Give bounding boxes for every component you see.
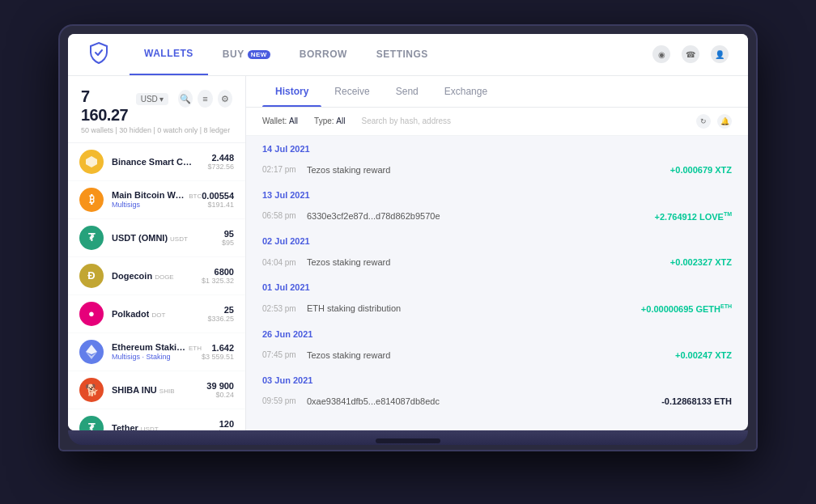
tx-desc: 0xae93841dfb5...e814087db8edc	[307, 396, 661, 406]
wallet-info: Polkadot DOT	[112, 309, 207, 319]
phone-icon[interactable]: ☎	[682, 45, 699, 63]
bell-icon[interactable]: 🔔	[717, 114, 732, 129]
date-separator: 02 Jul 2021	[262, 228, 732, 251]
wallet-icon-eth	[79, 340, 104, 364]
tx-desc: Tezos staking reward	[307, 165, 670, 175]
nav-settings[interactable]: SETTINGS	[362, 34, 443, 76]
tx-row[interactable]: 02:17 pm Tezos staking reward +0.000679 …	[262, 159, 732, 182]
wallet-meta: 50 wallets | 30 hidden | 0 watch only | …	[81, 126, 232, 134]
wallet-balance: 95 $95	[222, 229, 234, 247]
wallet-balance: 6800 $1 325.32	[202, 267, 234, 285]
panel-tabs: History Receive Send Exchange	[246, 76, 748, 108]
history-list: 14 Jul 2021 02:17 pm Tezos staking rewar…	[246, 136, 748, 430]
wallet-icon-usdt: ₮	[79, 226, 104, 250]
wallet-balance: 0.00554 $191.41	[202, 191, 234, 209]
refresh-icon[interactable]: ↻	[696, 114, 711, 129]
svg-marker-0	[86, 156, 97, 167]
tx-row[interactable]: 02:53 pm ETH staking distribution +0.000…	[262, 297, 732, 321]
wallet-icon-doge: Ð	[79, 264, 104, 288]
wallet-item[interactable]: ₮ USDT (OMNI) USDT 95	[68, 219, 245, 257]
sidebar-header: 7 160.27 USD ▾ 🔍 ≡ ⚙ 50 wallets | 3	[68, 76, 245, 143]
wallet-filter[interactable]: Wallet: All	[262, 116, 298, 125]
wallet-info: Ethereum Staking ETH Multisigs · Staking	[112, 342, 202, 361]
wallet-balance: 120 $120	[218, 419, 234, 430]
nav-buy-badge: NEW	[248, 50, 270, 59]
tx-row[interactable]: 04:04 pm Tezos staking reward +0.002327 …	[262, 251, 732, 274]
tx-desc: Tezos staking reward	[307, 350, 675, 360]
settings-wallets-btn[interactable]: ⚙	[218, 90, 232, 108]
tx-time: 04:04 pm	[262, 258, 307, 267]
wallet-item[interactable]: Binance Smart Chain... 2.448 $732.56	[68, 143, 245, 181]
tab-send[interactable]: Send	[383, 76, 431, 107]
search-wallets-btn[interactable]: 🔍	[178, 90, 193, 108]
wallet-info: Dogecoin DOGE	[112, 271, 202, 281]
type-filter[interactable]: Type: All	[314, 116, 345, 125]
nav-right-icons: ◉ ☎ 👤	[652, 45, 729, 63]
wallet-item[interactable]: ● Polkadot DOT 25	[68, 295, 245, 333]
tx-amount: +2.764912 LOVETM	[655, 211, 732, 222]
wallet-info: Main Bitcoin Wallet BTC Multisigs	[112, 190, 202, 209]
wallet-balance: 25 $336.25	[207, 305, 234, 323]
tx-desc: Tezos staking reward	[307, 257, 670, 267]
search-filter[interactable]: Search by hash, address	[361, 116, 680, 125]
balance-row: 7 160.27 USD ▾ 🔍 ≡ ⚙	[81, 87, 232, 125]
nav-wallets[interactable]: WALLETS	[130, 34, 208, 76]
wallet-info: USDT (OMNI) USDT	[112, 233, 222, 243]
wallet-item[interactable]: Ð Dogecoin DOGE 6800	[68, 257, 245, 295]
user-icon[interactable]: 👤	[711, 45, 729, 63]
nav-items: WALLETS BUY NEW BORROW SETTINGS	[130, 34, 652, 76]
tab-receive[interactable]: Receive	[321, 76, 382, 107]
wallet-balance: 1.642 $3 559.51	[202, 343, 234, 361]
tx-desc: 6330e3cf2e87d...d78d862b9570e	[307, 211, 655, 221]
tx-row[interactable]: 07:45 pm Tezos staking reward +0.00247 X…	[262, 344, 732, 367]
tx-time: 02:53 pm	[262, 304, 307, 313]
date-separator: 26 Jun 2021	[262, 321, 732, 344]
wallet-info: SHIBA INU SHIB	[112, 385, 206, 395]
tx-amount: -0.12868133 ETH	[661, 396, 732, 406]
wallet-icon-tether: ₮	[79, 416, 104, 430]
wallet-icon-bsc	[79, 150, 104, 174]
total-balance: 7 160.27	[81, 87, 131, 125]
wallet-item[interactable]: Ethereum Staking ETH Multisigs · Staking…	[68, 333, 245, 371]
tx-time: 06:58 pm	[262, 211, 307, 220]
date-separator: 01 Jul 2021	[262, 274, 732, 297]
filter-wallets-btn[interactable]: ≡	[198, 90, 212, 108]
wallet-balance: 39 900 $0.24	[206, 381, 234, 399]
date-separator: 14 Jul 2021	[262, 136, 732, 159]
tab-exchange[interactable]: Exchange	[431, 76, 500, 107]
tx-time: 02:17 pm	[262, 165, 307, 174]
wallet-info: Binance Smart Chain...	[112, 157, 207, 167]
wallet-item[interactable]: 🐕 SHIBA INU SHIB 39 900	[68, 371, 245, 409]
tab-history[interactable]: History	[262, 76, 321, 107]
tx-time: 07:45 pm	[262, 350, 307, 359]
tx-row[interactable]: 09:59 pm 0xae93841dfb5...e814087db8edc -…	[262, 390, 732, 413]
nav-buy[interactable]: BUY NEW	[208, 34, 285, 76]
wifi-icon[interactable]: ◉	[652, 45, 670, 63]
wallet-info: Tether USDT	[112, 423, 218, 430]
nav-borrow[interactable]: BORROW	[285, 34, 362, 76]
right-panel: History Receive Send Exchange	[246, 76, 748, 430]
tx-desc: ETH staking distribution	[307, 303, 641, 313]
sidebar: 7 160.27 USD ▾ 🔍 ≡ ⚙ 50 wallets | 3	[68, 76, 246, 430]
tx-time: 09:59 pm	[262, 396, 307, 405]
date-separator: 13 Jul 2021	[262, 182, 732, 205]
date-separator: 03 Jun 2021	[262, 367, 732, 390]
tx-row[interactable]: 06:58 pm 6330e3cf2e87d...d78d862b9570e +…	[262, 205, 732, 229]
filter-right-icons: ↻ 🔔	[696, 114, 732, 129]
wallet-item[interactable]: ₮ Tether USDT 120	[68, 409, 245, 430]
wallet-icon-dot: ●	[79, 302, 104, 326]
tx-amount: +0.000679 XTZ	[670, 165, 732, 175]
filter-bar: Wallet: All Type: All Search by hash, ad…	[246, 108, 748, 136]
wallet-list: Binance Smart Chain... 2.448 $732.56	[68, 143, 245, 430]
app-logo	[87, 41, 110, 67]
top-nav: WALLETS BUY NEW BORROW SETTINGS	[68, 34, 748, 76]
wallet-icon-btc: ₿	[79, 188, 104, 212]
main-content: 7 160.27 USD ▾ 🔍 ≡ ⚙ 50 wallets | 3	[68, 76, 748, 430]
currency-selector[interactable]: USD ▾	[136, 93, 168, 105]
tx-amount: +0.00247 XTZ	[675, 350, 732, 360]
wallet-item[interactable]: ₿ Main Bitcoin Wallet BTC Multisigs	[68, 181, 245, 219]
tx-amount: +0.00000695 GETHETH	[641, 303, 732, 314]
wallet-icon-shib: 🐕	[79, 378, 104, 402]
svg-marker-1	[86, 345, 97, 354]
wallet-balance: 2.448 $732.56	[207, 153, 234, 171]
